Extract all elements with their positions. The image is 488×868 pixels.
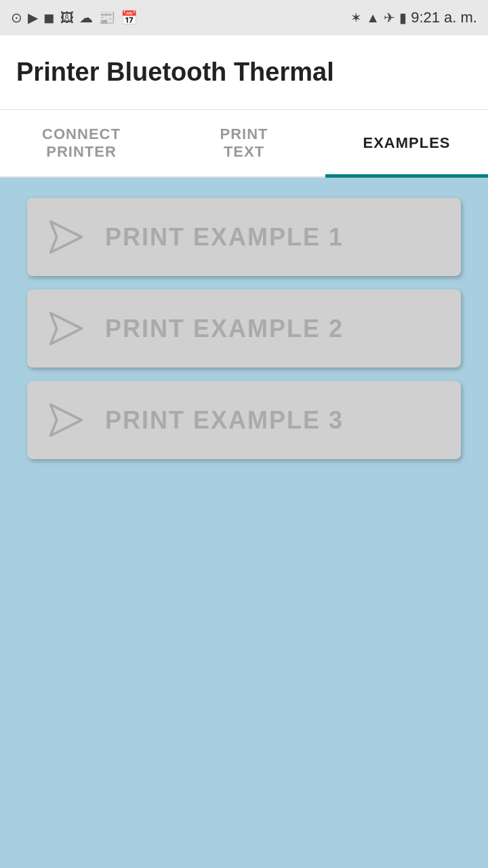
stop-icon: ◼ <box>43 9 55 26</box>
tab-print-text[interactable]: PRINT TEXT <box>163 110 325 176</box>
news-icon: 📰 <box>98 9 115 26</box>
status-time: 9:21 a. m. <box>411 9 477 26</box>
cloud-icon: ☁ <box>79 9 93 26</box>
status-icons-left: ⊙ ▶ ◼ 🖼 ☁ 📰 📅 <box>11 9 138 26</box>
svg-marker-1 <box>51 313 82 344</box>
wifi-icon: ▲ <box>366 10 380 26</box>
tab-bar: CONNECT PRINTER PRINT TEXT EXAMPLES <box>0 110 488 178</box>
settings-icon: ⊙ <box>11 9 22 26</box>
app-bar: Printer Bluetooth Thermal <box>0 35 488 110</box>
print-example-3-button[interactable]: PRINT EXAMPLE 3 <box>27 381 461 459</box>
main-content: PRINT EXAMPLE 1 PRINT EXAMPLE 2 PRINT EX… <box>0 178 488 868</box>
airplane-icon: ✈ <box>384 9 395 26</box>
image-icon: 🖼 <box>60 10 74 26</box>
status-icons-right: ✶ ▲ ✈ ▮ 9:21 a. m. <box>350 9 477 26</box>
tab-examples-label: EXAMPLES <box>363 134 450 152</box>
status-bar: ⊙ ▶ ◼ 🖼 ☁ 📰 📅 ✶ ▲ ✈ ▮ 9:21 a. m. <box>0 0 488 35</box>
print-example-1-label: PRINT EXAMPLE 1 <box>105 223 344 252</box>
tab-connect-printer[interactable]: CONNECT PRINTER <box>0 110 163 176</box>
svg-marker-0 <box>51 222 82 253</box>
print-example-1-button[interactable]: PRINT EXAMPLE 1 <box>27 198 461 276</box>
send-icon-3 <box>47 401 85 439</box>
app-title: Printer Bluetooth Thermal <box>16 58 334 87</box>
print-example-2-label: PRINT EXAMPLE 2 <box>105 315 344 343</box>
send-icon-1 <box>47 218 85 256</box>
svg-marker-2 <box>51 405 82 436</box>
calendar-icon: 📅 <box>121 9 138 26</box>
tab-print-text-label: PRINT TEXT <box>220 125 268 161</box>
tab-examples[interactable]: EXAMPLES <box>325 110 488 176</box>
send-icon-2 <box>47 310 85 347</box>
tab-connect-printer-label: CONNECT PRINTER <box>42 125 121 161</box>
play-icon: ▶ <box>28 9 38 26</box>
bluetooth-icon: ✶ <box>350 9 362 26</box>
battery-icon: ▮ <box>399 9 407 26</box>
print-example-3-label: PRINT EXAMPLE 3 <box>105 406 344 435</box>
print-example-2-button[interactable]: PRINT EXAMPLE 2 <box>27 290 461 368</box>
